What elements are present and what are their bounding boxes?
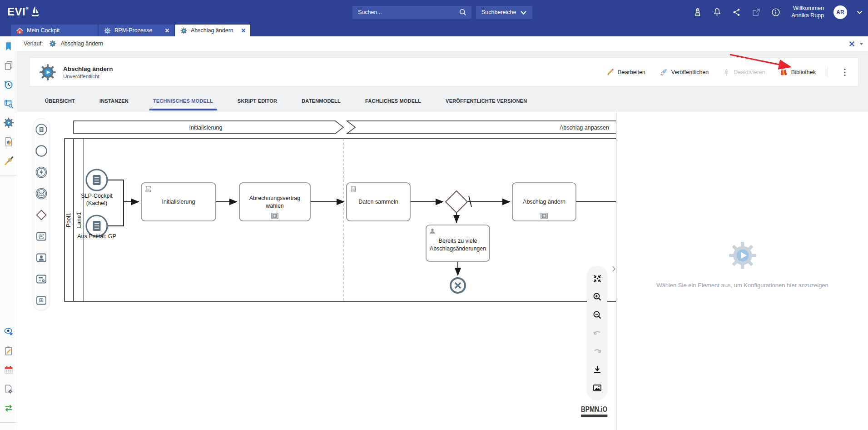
bpmn-io-watermark[interactable]: BPMN.iO <box>581 405 614 417</box>
search-icon[interactable] <box>458 7 468 17</box>
tab-strip: Mein Cockpit BPM-Prozesse Abschlag änder… <box>11 25 250 36</box>
repeat-icon[interactable] <box>3 402 15 414</box>
publish-button[interactable]: Veröffentlichen <box>660 68 709 76</box>
task-label-line1: Bereits zu viele <box>439 238 477 244</box>
action-label: Bearbeiten <box>618 69 645 75</box>
tab-instanzen[interactable]: INSTANZEN <box>96 98 132 110</box>
watch-eye-icon[interactable] <box>3 326 15 338</box>
logo-text: EVI <box>7 5 25 19</box>
table-search-icon[interactable] <box>3 98 15 110</box>
close-icon[interactable] <box>165 28 169 33</box>
tab-uebersicht[interactable]: ÜBERSICHT <box>41 98 79 110</box>
process-identity: Abschlag ändern Unveröffentlicht <box>63 65 113 79</box>
milestone-band-initialisierung[interactable]: Initialisierung <box>74 121 343 134</box>
task-bereits-zu-viele-abschlagsaenderungen[interactable]: Bereits zu viele Abschlagsänderungen <box>426 225 490 261</box>
palette-gateway[interactable] <box>35 208 48 222</box>
export-image-icon[interactable] <box>590 379 605 397</box>
tab-abschlag-aendern[interactable]: Abschlag ändern <box>175 25 250 36</box>
cancel-end-event[interactable] <box>451 278 465 293</box>
tab-bpm-prozesse[interactable]: BPM-Prozesse <box>99 25 174 36</box>
document-gear-icon[interactable] <box>3 383 15 395</box>
process-gear-icon <box>728 241 757 270</box>
share-icon[interactable] <box>732 7 742 17</box>
work-row: Initialisierung Abschlag anpassen <box>17 112 868 430</box>
panel-collapse-chevron-icon[interactable] <box>612 265 616 274</box>
lighthouse-icon[interactable] <box>693 7 703 17</box>
evi-logo[interactable]: EVI ® <box>7 5 40 20</box>
logo-registered-mark: ® <box>25 6 29 11</box>
tab-fachliches-modell[interactable]: FACHLICHES MODELL <box>362 98 425 110</box>
task-abschlag-aendern[interactable]: Abschlag ändern <box>512 183 576 221</box>
palette-subprocess[interactable] <box>35 294 48 307</box>
avatar[interactable]: AR <box>833 5 847 19</box>
library-button[interactable]: Bibliothek <box>780 68 816 76</box>
event-label-line2: (Kachel) <box>86 200 108 206</box>
bookmark-icon[interactable] <box>3 40 15 52</box>
welcome-text: Willkommen Annika Rupp <box>791 5 824 19</box>
rocket-gray-icon <box>723 68 730 76</box>
history-item-abschlag-aendern[interactable]: Abschlag ändern <box>49 40 103 47</box>
process-actions: Bearbeiten Veröffentlichen Deaktivieren <box>606 67 850 77</box>
close-icon[interactable] <box>241 28 246 33</box>
chevron-down-icon <box>520 10 527 15</box>
process-gear-icon <box>104 27 111 34</box>
sidebar-divider <box>0 175 17 175</box>
sidebar-divider <box>0 422 17 423</box>
tab-label: Abschlag ändern <box>191 27 233 34</box>
exclusive-gateway[interactable] <box>446 191 467 213</box>
bell-icon[interactable] <box>712 7 722 17</box>
history-icon[interactable] <box>3 79 15 90</box>
palette-script-task[interactable] <box>35 230 48 243</box>
search-scope-button[interactable]: Suchbereiche <box>476 6 532 19</box>
task-initialisierung[interactable]: Initialisierung <box>141 183 216 221</box>
more-actions-button[interactable] <box>840 67 850 77</box>
circle-menu-icon[interactable] <box>771 7 781 17</box>
milestone-label: Abschlag anpassen <box>560 125 609 131</box>
welcome-line2: Annika Rupp <box>791 12 824 20</box>
tab-datenmodell[interactable]: DATENMODELL <box>298 98 344 110</box>
clipboard-edit-icon[interactable] <box>3 345 15 357</box>
bpmn-canvas[interactable]: Initialisierung Abschlag anpassen <box>17 112 616 430</box>
zoom-in-icon[interactable] <box>590 288 605 306</box>
start-event-aus-entitaet-gp[interactable]: Aus Entität: GP <box>77 215 116 240</box>
tab-technisches-modell[interactable]: TECHNISCHES MODELL <box>149 98 217 110</box>
redo-icon <box>590 342 605 360</box>
task-daten-sammeln[interactable]: Daten sammeln <box>347 183 410 221</box>
palette-intermediate-event[interactable] <box>35 165 48 179</box>
bpmn-palette <box>33 118 50 310</box>
kebab-menu-icon <box>844 68 846 76</box>
palette-service-task[interactable] <box>35 272 48 286</box>
process-gear-icon <box>180 27 187 34</box>
start-event-slp-cockpit[interactable]: SLP-Cockpit (Kachel) <box>81 170 113 206</box>
palette-message-event[interactable] <box>35 187 48 200</box>
close-icon[interactable] <box>849 41 855 47</box>
report-document-icon[interactable] <box>3 136 15 148</box>
tools-icon[interactable] <box>3 155 15 167</box>
fit-viewport-icon[interactable] <box>590 270 605 288</box>
content-header-zone: Abschlag ändern Unveröffentlicht Bearbei… <box>17 51 868 112</box>
caret-down-icon[interactable] <box>859 42 863 45</box>
lane-label: Lane1 <box>76 212 82 228</box>
process-gear-icon[interactable] <box>3 117 15 129</box>
top-bar: EVI ® Suchbereiche <box>0 0 868 36</box>
search-scope-label: Suchbereiche <box>481 9 516 15</box>
user-menu-chevron-icon[interactable] <box>857 10 863 15</box>
tab-veroeffentlichte-versionen[interactable]: VERÖFFENTLICHTE VERSIONEN <box>442 98 531 110</box>
search-input[interactable] <box>358 9 458 15</box>
actions-divider <box>828 67 828 77</box>
search-group: Suchbereiche <box>352 6 532 19</box>
edit-button[interactable]: Bearbeiten <box>606 68 645 76</box>
palette-form-start-event[interactable] <box>35 123 48 136</box>
calendar-icon[interactable] <box>3 364 15 376</box>
palette-start-event[interactable] <box>35 144 48 158</box>
task-abrechnungsvertrag-waehlen[interactable]: Abrechnungsvertrag wählen <box>239 183 310 221</box>
zoom-out-icon[interactable] <box>590 306 605 324</box>
pool-label: Pool1 <box>65 213 72 227</box>
configuration-panel: Wählen Sie ein Element aus, um Konfigura… <box>616 112 868 430</box>
pages-icon[interactable] <box>3 60 15 71</box>
download-icon[interactable] <box>590 360 605 379</box>
tab-skript-editor[interactable]: SKRIPT EDITOR <box>234 98 281 110</box>
palette-user-task[interactable] <box>35 251 48 265</box>
milestone-band-abschlag-anpassen[interactable]: Abschlag anpassen <box>347 121 616 134</box>
tab-mein-cockpit[interactable]: Mein Cockpit <box>11 25 98 36</box>
